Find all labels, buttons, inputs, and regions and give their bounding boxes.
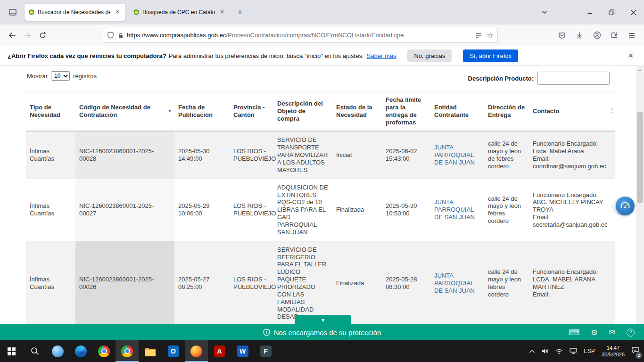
accept-button[interactable]: Sí, abrir Firefox <box>463 49 518 62</box>
downloads-icon[interactable] <box>572 28 587 43</box>
taskbar-icon-app-f[interactable]: F <box>254 340 277 362</box>
scroll-up-icon[interactable]: ▲ <box>636 66 644 74</box>
col-header-descripcion[interactable]: Descripción del Objeto de compra <box>273 91 332 132</box>
network-icon[interactable] <box>555 348 563 354</box>
url-bar[interactable]: https://www.compraspublicas.gob.ec/Proce… <box>103 28 498 43</box>
col-header-provincia[interactable]: Provincia - Cantón <box>230 91 273 132</box>
taskbar-icon-chrome[interactable] <box>92 340 116 362</box>
chat-expand-button[interactable]: ▾ <box>295 315 351 324</box>
reload-icon[interactable] <box>35 28 50 43</box>
window-restore-button[interactable] <box>601 0 622 25</box>
lock-icon[interactable] <box>117 32 124 39</box>
entidad-link[interactable]: JUNTA PARROQUIAL DE SAN JUAN <box>434 272 475 294</box>
table-row[interactable]: Ínfimas Cuantías NIC-1260023860001-2025-… <box>26 131 615 179</box>
taskbar-icon-word[interactable]: W <box>231 340 254 362</box>
product-filter-input[interactable] <box>537 72 610 85</box>
col-header-entidad[interactable]: Entidad Contratante <box>430 91 484 132</box>
table-row[interactable]: Ínfimas Cuantías NIC-1260023860001-2025-… <box>26 179 615 241</box>
help-icon[interactable]: ? <box>627 329 635 337</box>
tab-close-icon[interactable]: × <box>113 8 122 16</box>
cell-direccion: calle 24 de mayo y leon de febres corder… <box>484 131 529 179</box>
cell-descripcion: SERVICIO DE TRANSPORTE PARA MOVILIZAR A … <box>273 131 332 179</box>
cell-fecha-limite: 2025-06-02 15:43:00 <box>382 131 430 179</box>
taskbar-clock[interactable]: 14:47 30/5/2025 <box>602 345 625 358</box>
col-header-tipo[interactable]: Tipo de Necesidad <box>26 91 75 132</box>
firefox-view-icon[interactable] <box>5 4 21 20</box>
tracking-shield-icon[interactable] <box>107 32 114 39</box>
account-icon[interactable] <box>589 28 604 43</box>
col-header-direccion[interactable]: Dirección de Entrega <box>484 91 529 132</box>
taskbar-icon-acrobat[interactable]: A <box>208 340 231 362</box>
navigation-bar: https://www.compraspublicas.gob.ec/Proce… <box>0 25 644 46</box>
notification-close-icon[interactable]: × <box>625 50 636 62</box>
col-header-fecha-limite[interactable]: Fecha límite para la entrega de proforma… <box>382 91 430 132</box>
learn-more-link[interactable]: Saber más <box>367 52 396 59</box>
window-close-button[interactable] <box>622 0 644 25</box>
taskbar-search-icon[interactable] <box>23 340 46 362</box>
cortana-icon <box>52 346 64 357</box>
floating-speed-widget[interactable] <box>614 197 635 215</box>
tab-close-icon[interactable]: × <box>218 8 226 16</box>
table-wrap: Tipo de Necesidad Código de Necesidad de… <box>26 91 615 324</box>
tab-buscador-necesidades[interactable]: Buscador de Necesidades de Co × <box>25 4 125 21</box>
notification-text: Para administrar tus preferencias de ini… <box>169 52 364 59</box>
col-header-fecha-publicacion[interactable]: Fecha de Publicación <box>174 91 230 132</box>
col-header-codigo[interactable]: Código de Necesidad de Contratación▼ <box>75 91 174 132</box>
keyboard-icon[interactable]: ⌨ <box>569 328 579 337</box>
sort-descending-icon[interactable]: ▼ <box>167 108 172 114</box>
cell-provincia: LOS RIOS - PUEBLOVIEJO <box>230 131 273 179</box>
url-text: https://www.compraspublicas.gob.ec/Proce… <box>127 32 475 39</box>
edge-icon <box>75 346 87 357</box>
entidad-link[interactable]: JUNTA PARROQUIAL DE SAN JUAN <box>434 144 475 166</box>
sort-both-icon[interactable]: ▲▼ <box>611 107 614 115</box>
reader-view-icon[interactable] <box>475 32 482 39</box>
language-indicator[interactable]: ESP <box>584 348 595 354</box>
cell-provincia: LOS RIOS - PUEBLOVIEJO <box>230 241 273 324</box>
taskbar-icon-edge[interactable] <box>69 340 92 362</box>
taskbar-icon-outlook[interactable]: O <box>162 340 185 362</box>
tab-title: Buscador de Necesidades de Co <box>38 9 110 16</box>
url-path: /ProcesoContratacion/compras/NCO/FrmNCOL… <box>226 32 404 39</box>
cell-estado: Finalizada <box>332 241 382 324</box>
page-scrollbar[interactable]: ▲ <box>636 66 644 324</box>
necesidades-table: Tipo de Necesidad Código de Necesidad de… <box>26 91 615 324</box>
extensions-icon[interactable] <box>607 28 622 43</box>
mail-icon[interactable]: ✉ <box>609 328 615 337</box>
cell-fecha-limite: 2025-05-28 08:30:00 <box>382 241 430 324</box>
word-icon: W <box>237 346 248 357</box>
col-header-contacto[interactable]: Contacto▲▼ <box>529 91 615 132</box>
action-center-icon[interactable]: 2 <box>631 346 639 356</box>
menu-icon[interactable] <box>624 28 639 43</box>
table-row[interactable]: Ínfimas Cuantías NIC-1260023860001-2025-… <box>26 241 615 324</box>
cell-contacto: Funcionario Encargado: Lcda. Mabel Arana… <box>529 131 615 179</box>
start-button[interactable] <box>0 340 23 362</box>
back-icon[interactable] <box>5 28 20 43</box>
notification-question: ¿Abrir Firefox cada vez que reinicies tu… <box>8 52 166 59</box>
taskbar-icon-cortana[interactable] <box>46 340 69 362</box>
settings-gear-icon[interactable]: ⚙ <box>591 328 597 337</box>
scrollbar-thumb[interactable] <box>637 112 643 203</box>
pocket-icon[interactable] <box>554 28 570 43</box>
touch-keyboard-icon[interactable] <box>570 348 577 354</box>
taskbar-icon-file-explorer[interactable] <box>139 340 162 362</box>
cell-entidad: JUNTA PARROQUIAL DE SAN JUAN <box>430 241 484 324</box>
cell-tipo: Ínfimas Cuantías <box>26 179 75 241</box>
tab-busqueda-cpc[interactable]: Búsqueda de CPC en Catálogo I × <box>129 4 230 21</box>
forward-icon[interactable] <box>20 28 35 43</box>
taskbar-icon-firefox[interactable] <box>185 340 208 362</box>
bookmark-star-icon[interactable]: ☆ <box>487 31 494 40</box>
window-minimize-button[interactable]: – <box>579 0 601 25</box>
decline-button[interactable]: No, gracias <box>407 49 452 62</box>
col-header-estado[interactable]: Estado de la Necesidad <box>332 91 382 132</box>
outlook-icon: O <box>168 346 179 357</box>
tray-expand-icon[interactable] <box>529 349 535 354</box>
entidad-link[interactable]: JUNTA PARROQUIAL DE SAN JUAN <box>434 198 475 221</box>
taskbar-icon-chrome-active[interactable] <box>116 340 139 362</box>
list-all-tabs-icon[interactable] <box>537 4 553 20</box>
volume-icon[interactable] <box>542 348 549 354</box>
cell-descripcion: ADQUISICION DE EXTINTORES PQS-CO2 de 10 … <box>273 179 332 241</box>
new-tab-button[interactable]: + <box>233 5 247 19</box>
cell-estado: Finalizada <box>332 179 382 241</box>
page-size-select[interactable]: 10 <box>51 71 70 81</box>
system-tray: ESP 14:47 30/5/2025 2 <box>529 345 644 358</box>
